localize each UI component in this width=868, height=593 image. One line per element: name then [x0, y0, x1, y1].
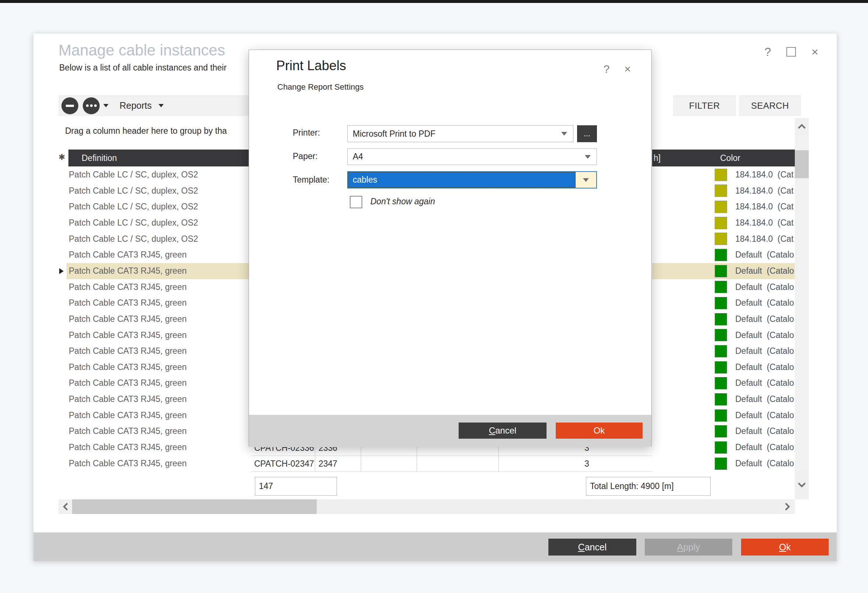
- table-row[interactable]: Default (Catalo: [652, 247, 795, 263]
- horizontal-scrollbar[interactable]: [59, 499, 795, 514]
- dialog-help-icon[interactable]: ?: [604, 63, 610, 75]
- table-row[interactable]: Default (Catalo: [652, 408, 795, 424]
- table-row[interactable]: Patch Cable CAT3 RJ45, green: [66, 279, 249, 296]
- table-row[interactable]: 184.184.0 (Cat: [652, 183, 795, 199]
- cable-name-cell: CPATCH-02347: [254, 456, 314, 472]
- table-row[interactable]: Patch Cable CAT3 RJ45, green: [66, 247, 249, 263]
- table-row[interactable]: Patch Cable LC / SC, duplex, OS2: [66, 183, 249, 199]
- help-icon[interactable]: ?: [765, 46, 771, 58]
- table-row[interactable]: Patch Cable CAT3 RJ45, green: [66, 391, 249, 408]
- table-row[interactable]: 184.184.0 (Cat: [652, 215, 795, 231]
- reports-caret-icon[interactable]: [158, 104, 164, 107]
- table-row[interactable]: Patch Cable CAT3 RJ45, green: [66, 343, 249, 359]
- definition-cell: Patch Cable CAT3 RJ45, green: [66, 282, 186, 292]
- definition-cell: Patch Cable CAT3 RJ45, green: [66, 442, 186, 452]
- color-swatch: [714, 393, 727, 406]
- table-row[interactable]: Default (Catalo: [652, 456, 795, 472]
- table-row[interactable]: Default (Catalo: [652, 439, 795, 456]
- remove-button[interactable]: [61, 97, 78, 114]
- table-row[interactable]: 184.184.0 (Cat: [652, 167, 795, 183]
- color-cell: 184.184.0 (Cat: [735, 199, 794, 215]
- maximize-icon[interactable]: [786, 47, 796, 57]
- more-actions-caret-icon[interactable]: [103, 104, 108, 107]
- table-row[interactable]: Default (Catalo: [652, 343, 795, 359]
- color-cell: Default (Catalo: [735, 311, 794, 327]
- table-row[interactable]: Default (Catalo: [652, 423, 795, 439]
- printer-select[interactable]: Microsoft Print to PDF: [347, 125, 573, 142]
- filter-button[interactable]: FILTER: [673, 95, 736, 116]
- scroll-up-icon[interactable]: [795, 118, 809, 135]
- table-row[interactable]: Patch Cable CAT3 RJ45, green: [66, 311, 249, 327]
- table-row[interactable]: Patch Cable CAT3 RJ45, green: [66, 439, 249, 456]
- template-value: cables: [348, 175, 377, 185]
- table-row[interactable]: CPATCH-02336 2336 3: [251, 447, 652, 456]
- table-row[interactable]: Patch Cable LC / SC, duplex, OS2: [66, 231, 249, 247]
- table-row[interactable]: Patch Cable CAT3 RJ45, green: [66, 359, 249, 375]
- dialog-cancel-button[interactable]: Cancel: [459, 422, 546, 439]
- definition-cell: Patch Cable LC / SC, duplex, OS2: [66, 186, 198, 196]
- table-row[interactable]: Patch Cable CAT3 RJ45, green: [66, 456, 249, 472]
- color-header-label: Color: [720, 153, 740, 163]
- paper-select[interactable]: A4: [347, 149, 597, 165]
- table-row[interactable]: Patch Cable CAT3 RJ45, green: [66, 408, 249, 424]
- horizontal-scroll-thumb[interactable]: [72, 499, 317, 514]
- definition-cell: Patch Cable CAT3 RJ45, green: [66, 378, 186, 388]
- table-row[interactable]: Patch Cable LC / SC, duplex, OS2: [66, 215, 249, 231]
- color-swatch: [714, 458, 727, 470]
- chevron-down-icon: [583, 178, 589, 182]
- table-row[interactable]: Default (Catalo: [652, 263, 795, 279]
- table-row[interactable]: 184.184.0 (Cat: [652, 231, 795, 247]
- dont-show-again-checkbox[interactable]: [350, 196, 362, 208]
- table-row[interactable]: Patch Cable CAT3 RJ45, green: [66, 295, 249, 311]
- length-header-partial-label: h]: [654, 153, 661, 163]
- pin-column-icon[interactable]: ✱: [59, 153, 65, 162]
- more-actions-button[interactable]: [83, 97, 100, 114]
- table-row[interactable]: 184.184.0 (Cat: [652, 199, 795, 215]
- scroll-down-icon[interactable]: [795, 471, 809, 499]
- table-row[interactable]: Patch Cable CAT3 RJ45, green: [66, 327, 249, 344]
- vertical-scrollbar[interactable]: [795, 118, 809, 499]
- table-row[interactable]: Default (Catalo: [652, 279, 795, 296]
- column-header-definition[interactable]: Definition: [68, 150, 249, 166]
- ok-button[interactable]: Ok: [741, 539, 829, 556]
- template-dropdown-button[interactable]: [576, 172, 596, 188]
- color-cell: Default (Catalo: [735, 263, 794, 279]
- close-icon[interactable]: ×: [811, 46, 818, 58]
- cable-name-cell: CPATCH-02336: [254, 447, 314, 456]
- reports-menu[interactable]: Reports: [120, 100, 152, 111]
- printer-value: Microsoft Print to PDF: [348, 129, 561, 139]
- cable-number-cell: 2336: [319, 447, 337, 456]
- template-select[interactable]: cables: [347, 171, 597, 188]
- table-row[interactable]: Patch Cable CAT3 RJ45, green: [66, 263, 249, 279]
- scroll-left-icon[interactable]: [59, 499, 72, 514]
- table-row[interactable]: Default (Catalo: [652, 311, 795, 327]
- color-swatch: [714, 361, 727, 374]
- column-header-color[interactable]: h] Color: [652, 150, 795, 166]
- apply-button[interactable]: Apply: [645, 539, 732, 556]
- color-swatch: [714, 409, 727, 422]
- table-row[interactable]: Default (Catalo: [652, 327, 795, 344]
- dialog-ok-button[interactable]: Ok: [556, 422, 642, 439]
- table-row[interactable]: Default (Catalo: [652, 359, 795, 375]
- top-strip: [0, 0, 868, 3]
- table-row[interactable]: Patch Cable LC / SC, duplex, OS2: [66, 199, 249, 215]
- table-row[interactable]: CPATCH-02347 2347 3: [251, 456, 652, 472]
- table-row[interactable]: Patch Cable CAT3 RJ45, green: [66, 375, 249, 391]
- table-row[interactable]: Patch Cable CAT3 RJ45, green: [66, 423, 249, 439]
- table-row[interactable]: Patch Cable LC / SC, duplex, OS2: [66, 167, 249, 183]
- definition-cell: Patch Cable LC / SC, duplex, OS2: [66, 218, 198, 227]
- table-row[interactable]: Default (Catalo: [652, 391, 795, 408]
- dialog-close-icon[interactable]: ×: [624, 63, 631, 75]
- table-row[interactable]: Default (Catalo: [652, 295, 795, 311]
- minus-icon: [66, 105, 74, 107]
- scroll-right-icon[interactable]: [780, 499, 795, 514]
- cable-number-cell: 2347: [319, 456, 337, 472]
- dont-show-again-label: Don't show again: [371, 197, 435, 206]
- printer-browse-button[interactable]: ...: [577, 125, 597, 142]
- cancel-button[interactable]: Cancel: [548, 539, 636, 556]
- vertical-scroll-thumb[interactable]: [795, 150, 809, 178]
- color-swatch: [714, 441, 727, 454]
- table-row[interactable]: Default (Catalo: [652, 375, 795, 391]
- search-button[interactable]: SEARCH: [739, 95, 801, 116]
- cable-qty-cell: 3: [585, 456, 589, 472]
